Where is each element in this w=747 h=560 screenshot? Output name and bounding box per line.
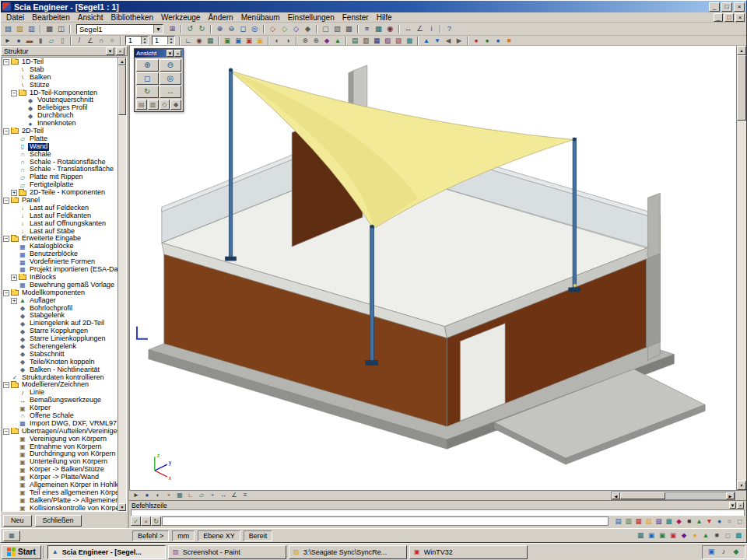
measure-angle-icon[interactable]: ∠ xyxy=(414,23,426,34)
tree-item-1d-teil-komponenten[interactable]: −1D-Teil-Komponenten xyxy=(2,89,117,97)
tree-item-k-rper-balken-st-tze[interactable]: ▣Körper -> Balken/Stütze xyxy=(2,466,117,474)
pan-view-icon[interactable]: ↔ xyxy=(160,86,182,98)
wall-tool-icon[interactable]: ▯ xyxy=(57,36,68,45)
palette-close-icon[interactable]: × xyxy=(174,50,181,57)
cursor-snap-icon[interactable]: ► xyxy=(131,492,142,500)
ansicht-palette[interactable]: Ansicht ▼ × ⊕⊖◻◎↻↔ ▤▥◇◆ xyxy=(134,48,184,112)
view-axo-icon[interactable]: ◆ xyxy=(170,100,181,110)
collapse-box-icon[interactable]: − xyxy=(3,128,9,135)
rotate-view-icon[interactable]: ↻ xyxy=(136,86,159,98)
scroll-thumb[interactable] xyxy=(737,55,746,121)
view-top-icon[interactable]: ◇ xyxy=(267,23,279,34)
command-repeat-icon[interactable]: ↻ xyxy=(151,516,161,526)
mast-left-base[interactable] xyxy=(226,257,237,261)
tree-item-vereinigung-von-k-rpern[interactable]: ▣Vereinigung von Körpern xyxy=(2,436,117,443)
beam-tool-icon[interactable]: ▬ xyxy=(24,36,35,45)
tree-item-bertragen-aufteilen-vereinigen[interactable]: −Übertragen/Aufteilen/Vereinigen xyxy=(2,428,117,436)
tree-item-import-dwg-dxf-vrml97[interactable]: ▦Import DWG, DXF, VRML97 xyxy=(2,420,117,428)
cmd-tool-3-icon[interactable]: ▲ xyxy=(694,516,704,526)
cmd-view-6-icon[interactable]: ▩ xyxy=(664,516,674,526)
snap-settings-icon[interactable]: ◉ xyxy=(384,23,396,34)
cmd-tool-5-icon[interactable]: ● xyxy=(714,516,724,526)
arrow-down-icon[interactable]: ▼ xyxy=(432,36,443,45)
solid-yellow-icon[interactable]: ▣ xyxy=(254,36,265,45)
scroll-thumb[interactable] xyxy=(620,492,665,499)
project-combo[interactable]: Segel1 ▼ xyxy=(76,24,163,34)
view-front-icon[interactable]: ▥ xyxy=(148,100,159,110)
panel-dropdown-icon[interactable]: ▼ xyxy=(106,47,114,55)
plane-cell[interactable]: Ebene XY xyxy=(198,530,240,541)
task-wintv32[interactable]: ▣WinTV32 xyxy=(409,545,528,559)
tree-item-innenknoten[interactable]: ●Innenknoten xyxy=(2,120,117,128)
dock-tab[interactable]: ▦ xyxy=(3,530,20,541)
tree-item-modellieren-zeichnen[interactable]: −Modellieren/Zeichnen xyxy=(2,381,117,389)
menu-einstellungen[interactable]: Einstellungen xyxy=(284,13,338,22)
circle-tool-icon[interactable]: ○ xyxy=(107,36,117,45)
table-3-icon[interactable]: ▦ xyxy=(371,36,382,45)
new-project-icon[interactable]: ▤ xyxy=(2,23,14,34)
layer-list-icon[interactable]: ≡ xyxy=(240,492,251,500)
menu-hilfe[interactable]: Hilfe xyxy=(373,13,396,22)
command-input[interactable] xyxy=(162,516,608,526)
snap-node-icon[interactable]: ● xyxy=(142,492,153,500)
calculator-icon[interactable]: ⊞ xyxy=(167,23,178,34)
select-tool-icon[interactable]: ► xyxy=(2,36,13,45)
tree-item-bohrlochprofil[interactable]: ◆Bohrlochprofil xyxy=(2,305,117,313)
expand-box-icon[interactable]: + xyxy=(11,190,17,196)
start-button[interactable]: Start xyxy=(2,545,41,559)
collapse-box-icon[interactable]: − xyxy=(3,59,9,65)
cmd-tool-2-icon[interactable]: ■ xyxy=(684,516,694,526)
menu-werkzeuge[interactable]: Werkzeuge xyxy=(157,13,204,22)
tree-item-erweiterte-eingabe[interactable]: −Erweiterte Eingabe xyxy=(2,235,117,243)
befehlszeile-header[interactable]: Befehlszeile ▼ × xyxy=(129,501,746,509)
scale-spinner-2[interactable]: 1 ▲▼ xyxy=(152,36,175,45)
tree-item-stabschnitt[interactable]: ◆Stabschnitt xyxy=(2,351,117,359)
render-shade-icon[interactable]: ◑ xyxy=(282,36,293,45)
tree-item-1d-teil[interactable]: −1D-Teil xyxy=(2,58,117,66)
status-tool-4-icon[interactable]: ▣ xyxy=(668,530,679,541)
cmd-view-4-icon[interactable]: ▧ xyxy=(644,516,654,526)
tree-item-vordefinierte-formen[interactable]: ▦Vordefinierte Formen xyxy=(2,258,117,266)
dot-red-icon[interactable]: ● xyxy=(471,36,482,45)
palette-dropdown-icon[interactable]: ▼ xyxy=(167,50,174,57)
tree-item-last-auf-st-be[interactable]: ↓Last auf Stäbe xyxy=(2,228,117,236)
east-wall-cap[interactable] xyxy=(646,254,660,348)
cmd-view-3-icon[interactable]: ▦ xyxy=(633,516,644,526)
mast-right-base[interactable] xyxy=(569,288,580,292)
dot-blue-icon[interactable]: ● xyxy=(493,36,503,45)
node-tool-icon[interactable]: ● xyxy=(13,36,24,45)
scroll-thumb[interactable] xyxy=(118,65,126,115)
print-preview-icon[interactable]: ◫ xyxy=(55,23,67,34)
attach-icon[interactable]: ⊕ xyxy=(310,36,321,45)
spinner-arrows-icon[interactable]: ▲▼ xyxy=(167,37,174,44)
shaded-mode-icon[interactable]: ▩ xyxy=(343,23,355,34)
tree-item-balken-platte-allgemeiner-k-rper[interactable]: ▣Balken/Platte -> Allgemeiner Körper xyxy=(2,497,117,505)
collapse-box-icon[interactable]: − xyxy=(3,382,9,388)
cmd-view-2-icon[interactable]: ▥ xyxy=(623,516,633,526)
command-cancel-icon[interactable]: × xyxy=(141,516,151,526)
save-project-icon[interactable]: ▥ xyxy=(26,23,37,34)
tree-item-schale[interactable]: ∩Schale xyxy=(2,151,117,159)
snap-ortho-icon[interactable]: ∟ xyxy=(185,492,196,500)
tree-item-balken[interactable]: \Balken xyxy=(2,74,117,82)
menu-fenster[interactable]: Fenster xyxy=(338,13,373,22)
tree-item-entnahme-von-k-rpern[interactable]: ▣Entnahme von Körpern xyxy=(2,443,117,451)
tree-item-panel[interactable]: −Panel xyxy=(2,197,117,205)
tree-item-platte-mit-rippen[interactable]: ▱Platte mit Rippen xyxy=(2,173,117,181)
cmd-tool-7-icon[interactable]: ◻ xyxy=(735,516,745,526)
tree-item-allgemeinen-k-rper-in-hohlk-rper[interactable]: ▣Allgemeinen Körper in Hohlkörper xyxy=(2,481,117,489)
zoom-out-icon[interactable]: ⊖ xyxy=(226,23,237,34)
flag-icon[interactable]: ▲ xyxy=(332,36,343,45)
tree-item-kollisionskontrolle-von-k-rpern[interactable]: ▣Kollisionskontrolle von Körpern xyxy=(2,505,117,511)
snap-grid-icon[interactable]: ▦ xyxy=(174,492,185,500)
solid-green-icon[interactable]: ▣ xyxy=(222,36,233,45)
minimize-icon[interactable]: _ xyxy=(709,2,720,12)
panel-close-icon[interactable]: × xyxy=(737,502,744,509)
scroll-up-icon[interactable]: ▲ xyxy=(118,58,126,65)
snap-toggle-icon[interactable]: ◉ xyxy=(194,36,205,45)
panel-close-icon[interactable]: × xyxy=(116,47,124,55)
tray-network-icon[interactable]: ◆ xyxy=(731,548,741,557)
panel-dropdown-icon[interactable]: ▼ xyxy=(729,502,736,509)
tree-item-starre-linienkopplungen[interactable]: ◆Starre Linienkopplungen xyxy=(2,335,117,343)
tree-item-unterteilung-von-k-rpern[interactable]: ▣Unterteilung von Körpern xyxy=(2,458,117,466)
